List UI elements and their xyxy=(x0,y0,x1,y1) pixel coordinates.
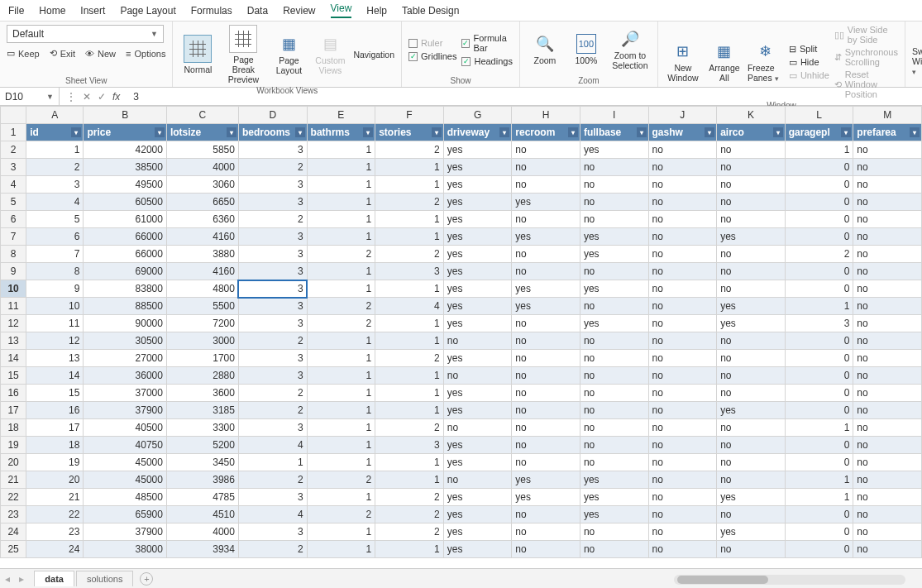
cell[interactable]: no xyxy=(717,176,786,194)
cell[interactable]: 36000 xyxy=(84,367,166,385)
cell[interactable]: 1 xyxy=(785,471,853,489)
row-header[interactable]: 10 xyxy=(1,280,26,298)
cell[interactable]: 12 xyxy=(26,332,84,350)
cell[interactable]: yes xyxy=(717,315,786,332)
cell[interactable]: 3185 xyxy=(166,402,238,419)
column-header[interactable]: B xyxy=(84,107,166,124)
cell[interactable]: no xyxy=(512,367,580,385)
cell[interactable]: 3 xyxy=(375,437,444,454)
cell[interactable]: 61000 xyxy=(84,211,166,228)
row-header[interactable]: 8 xyxy=(1,246,26,263)
table-header-cell[interactable]: prefarea▾ xyxy=(853,124,922,141)
cell[interactable]: no xyxy=(717,211,786,228)
cell[interactable]: no xyxy=(648,471,717,489)
table-header-cell[interactable]: price▾ xyxy=(84,124,166,141)
cell[interactable]: 2 xyxy=(785,246,853,263)
cell[interactable]: 3300 xyxy=(166,419,238,437)
cell[interactable]: 4000 xyxy=(166,523,238,541)
cell[interactable]: 3 xyxy=(238,194,307,211)
select-all-corner[interactable] xyxy=(1,107,26,124)
cell[interactable]: 13 xyxy=(26,350,84,367)
table-header-cell[interactable]: stories▾ xyxy=(375,124,444,141)
cell[interactable]: 2 xyxy=(375,194,444,211)
cell[interactable]: 0 xyxy=(785,523,853,541)
cell[interactable]: 3 xyxy=(238,263,307,280)
cell[interactable]: 11 xyxy=(26,315,84,332)
cell[interactable]: 2 xyxy=(375,246,444,263)
cell[interactable]: 4785 xyxy=(166,489,238,506)
cell[interactable]: yes xyxy=(443,194,512,211)
row-header[interactable]: 4 xyxy=(1,176,26,194)
cell[interactable]: no xyxy=(717,367,786,385)
cell[interactable]: 37900 xyxy=(84,523,166,541)
cell[interactable]: yes xyxy=(512,194,580,211)
cell[interactable]: 49500 xyxy=(84,176,166,194)
cell[interactable]: 3450 xyxy=(166,454,238,471)
cell[interactable]: 3 xyxy=(238,523,307,541)
exit-button[interactable]: ⟲Exit xyxy=(50,48,75,59)
column-header[interactable]: I xyxy=(580,107,648,124)
row-header[interactable]: 19 xyxy=(1,437,26,454)
cell[interactable]: 4800 xyxy=(166,280,238,298)
horizontal-scrollbar[interactable] xyxy=(674,575,905,585)
cell[interactable]: 4 xyxy=(375,298,444,315)
cell[interactable]: yes xyxy=(580,489,648,506)
cell[interactable]: no xyxy=(853,350,922,367)
cell[interactable]: yes xyxy=(443,280,512,298)
row-header[interactable]: 9 xyxy=(1,263,26,280)
cell[interactable]: 3000 xyxy=(166,332,238,350)
row-header[interactable]: 17 xyxy=(1,402,26,419)
keep-button[interactable]: ▭Keep xyxy=(7,48,40,59)
cell[interactable]: 60500 xyxy=(84,194,166,211)
cell[interactable]: 88500 xyxy=(84,298,166,315)
row-header[interactable]: 3 xyxy=(1,159,26,176)
table-header-cell[interactable]: airco▾ xyxy=(717,124,786,141)
menu-item-page-layout[interactable]: Page Layout xyxy=(120,5,175,17)
cell[interactable]: 0 xyxy=(785,280,853,298)
cell[interactable]: 4160 xyxy=(166,263,238,280)
cell[interactable]: 10 xyxy=(26,298,84,315)
cell[interactable]: no xyxy=(512,332,580,350)
cell[interactable]: no xyxy=(853,506,922,523)
cell[interactable]: no xyxy=(648,419,717,437)
cell[interactable]: 1 xyxy=(307,385,375,402)
cell[interactable]: 38500 xyxy=(84,159,166,176)
cell[interactable]: 1 xyxy=(375,385,444,402)
cell[interactable]: 4510 xyxy=(166,506,238,523)
cell[interactable]: no xyxy=(648,523,717,541)
row-header[interactable]: 23 xyxy=(1,506,26,523)
cell[interactable]: no xyxy=(580,159,648,176)
cell[interactable]: 22 xyxy=(26,506,84,523)
cell[interactable]: no xyxy=(512,385,580,402)
new-window-button[interactable]: ⊞New Window xyxy=(665,41,701,83)
cell[interactable]: no xyxy=(853,228,922,246)
cell[interactable]: yes xyxy=(580,228,648,246)
cell[interactable]: 2 xyxy=(375,419,444,437)
filter-dropdown-icon[interactable]: ▾ xyxy=(568,127,578,137)
cell[interactable]: 3 xyxy=(238,280,307,298)
cell[interactable]: 5500 xyxy=(166,298,238,315)
cell[interactable]: 1 xyxy=(307,159,375,176)
cell[interactable]: 4000 xyxy=(166,159,238,176)
navigation-button[interactable]: Navigation xyxy=(353,50,394,60)
cell[interactable]: 17 xyxy=(26,419,84,437)
cell[interactable]: no xyxy=(853,298,922,315)
cell[interactable]: 45000 xyxy=(84,454,166,471)
fx-icon[interactable]: fx xyxy=(112,91,120,103)
cell[interactable]: 37000 xyxy=(84,385,166,402)
cell[interactable]: no xyxy=(648,315,717,332)
cell[interactable]: 24 xyxy=(26,541,84,558)
cell[interactable]: 0 xyxy=(785,541,853,558)
cell[interactable]: 0 xyxy=(785,211,853,228)
cell[interactable]: no xyxy=(443,419,512,437)
column-header[interactable]: H xyxy=(512,107,580,124)
cell[interactable]: yes xyxy=(580,246,648,263)
cell[interactable]: 90000 xyxy=(84,315,166,332)
cell[interactable]: no xyxy=(717,419,786,437)
cell[interactable]: no xyxy=(648,402,717,419)
cell[interactable]: no xyxy=(512,263,580,280)
cell[interactable]: no xyxy=(512,159,580,176)
cell[interactable]: no xyxy=(853,402,922,419)
zoom-100-button[interactable]: 100100% xyxy=(568,34,604,65)
cell[interactable]: yes xyxy=(443,298,512,315)
